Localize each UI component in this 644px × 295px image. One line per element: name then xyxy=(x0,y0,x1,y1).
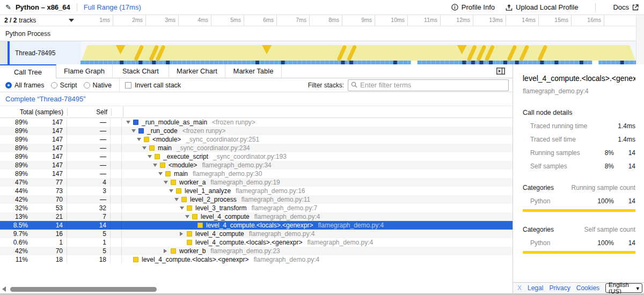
hscroll-left-arrow[interactable] xyxy=(2,286,6,292)
sidebar-toggle-button[interactable] xyxy=(496,68,505,75)
radio-native[interactable]: Native xyxy=(84,82,112,89)
table-row[interactable]: 0.6%11level_4_compute.<locals>.<genexpr>… xyxy=(0,238,513,247)
vertical-scrollbar-track[interactable] xyxy=(636,15,644,64)
expander-closed[interactable] xyxy=(180,232,187,236)
table-row[interactable]: 11%1818level_4_compute.<locals>.<genexpr… xyxy=(0,255,513,264)
table-row[interactable]: 9.7%165level_4_computeflamegraph_demo.py… xyxy=(0,230,513,238)
transform-breadcrumb-row: Complete “Thread-78495” xyxy=(0,92,513,106)
profile-info-button[interactable]: Profile Info xyxy=(451,3,495,11)
radio-script[interactable]: Script xyxy=(51,82,77,89)
detail-row: Self samples8%14 xyxy=(523,163,635,170)
row-spacer xyxy=(111,221,122,230)
call-node-details-header: Call node details xyxy=(523,109,635,116)
expander-open[interactable] xyxy=(148,155,155,158)
category-square-icon xyxy=(133,120,138,125)
expander-open[interactable] xyxy=(126,121,133,124)
table-row[interactable]: 89%147—<module>_sync_coordinator.py:251 xyxy=(0,135,513,144)
function-name: main xyxy=(174,170,188,178)
invert-call-stack-checkbox[interactable] xyxy=(125,82,131,88)
function-name: <module> xyxy=(152,136,181,143)
row-self-count: — xyxy=(67,169,111,178)
triangle-down-icon xyxy=(164,181,168,184)
footer-link-privacy[interactable]: Privacy xyxy=(549,284,570,292)
row-self-count: — xyxy=(67,152,111,161)
expander-open[interactable] xyxy=(158,172,165,175)
row-total-count: 147 xyxy=(28,161,67,169)
table-row[interactable]: 42%70—level_2_processflamegraph_demo.py:… xyxy=(0,195,513,204)
expander-open[interactable] xyxy=(153,164,160,167)
row-total-count: 147 xyxy=(28,135,67,144)
function-location: _sync_coordinator.py:251 xyxy=(186,136,259,143)
samples-dark-segment xyxy=(281,61,285,64)
row-tree-cell: _execute_script_sync_coordinator.py:193 xyxy=(122,153,513,160)
filter-bar: All framesScriptNative Invert call stack… xyxy=(0,78,513,92)
samples-dark-segment xyxy=(138,61,142,64)
full-range-button[interactable]: Full Range (17ms) xyxy=(84,3,141,11)
row-self-count: 5 xyxy=(67,247,111,255)
table-row[interactable]: 13%217level_4_computeflamegraph_demo.py:… xyxy=(0,212,513,221)
table-row[interactable]: 42%705worker_bflamegraph_demo.py:23 xyxy=(0,247,513,255)
tab-marker-table[interactable]: Marker Table xyxy=(225,64,282,78)
language-select[interactable]: English (US) ▾ xyxy=(605,283,642,293)
function-name: level_3_transform xyxy=(195,204,246,212)
tab-flame-graph[interactable]: Flame Graph xyxy=(56,64,113,78)
footer-link-legal[interactable]: Legal xyxy=(528,284,543,292)
table-row[interactable]: 89%147—_run_module_as_main<frozen runpy> xyxy=(0,118,513,127)
thread-track-label[interactable]: Thread-78495 xyxy=(10,41,80,64)
footer-bar: XLegalPrivacyCookies English (US) ▾ xyxy=(513,282,644,293)
footer-link-x[interactable]: X xyxy=(517,284,522,292)
table-row[interactable]: 89%147—_execute_script_sync_coordinator.… xyxy=(0,152,513,161)
table-row[interactable]: 32%5332level_3_transformflamegraph_demo.… xyxy=(0,204,513,212)
table-row[interactable]: 89%147—<module>flamegraph_demo.py:34 xyxy=(0,161,513,169)
table-row[interactable]: 89%147—main_sync_coordinator.py:234 xyxy=(0,144,513,152)
function-location: flamegraph_demo.py:4 xyxy=(254,213,320,220)
row-total-percent: 89% xyxy=(0,153,28,160)
row-tree-cell: worker_bflamegraph_demo.py:23 xyxy=(122,247,513,255)
category-label: Python xyxy=(523,197,591,205)
row-spacer xyxy=(111,144,122,152)
expander-open[interactable] xyxy=(131,129,138,132)
table-row[interactable]: 8.5%1414level_4_compute.<locals>.<genexp… xyxy=(0,221,513,230)
expander-open[interactable] xyxy=(169,189,176,193)
expander-open[interactable] xyxy=(164,181,171,184)
table-row[interactable]: 89%147—mainflamegraph_demo.py:30 xyxy=(0,169,513,178)
tab-call-tree[interactable]: Call Tree xyxy=(0,64,56,78)
tracks-count: 2 / 2 xyxy=(4,17,17,24)
expander-closed[interactable] xyxy=(164,249,171,253)
expander-open[interactable] xyxy=(174,198,181,201)
tab-stack-chart[interactable]: Stack Chart xyxy=(113,64,169,78)
edit-profile-name-icon[interactable]: ✎ xyxy=(5,3,11,11)
tracks-dropdown[interactable]: 2 / 2 tracks xyxy=(0,15,80,26)
upload-local-profile-button[interactable]: Upload Local Profile xyxy=(506,3,578,11)
table-row[interactable]: 89%147—_run_code<frozen runpy> xyxy=(0,127,513,135)
table-row[interactable]: 44%733level_1_analyzeflamegraph_demo.py:… xyxy=(0,187,513,195)
filter-stacks-input[interactable] xyxy=(348,79,509,91)
expander-open[interactable] xyxy=(185,215,192,218)
categories-count-header: Self sample count xyxy=(584,226,635,233)
samples-dark-segment xyxy=(479,61,483,64)
track-gutter xyxy=(0,41,8,64)
function-name: worker_a xyxy=(179,179,206,186)
footer-link-cookies[interactable]: Cookies xyxy=(576,284,599,292)
expander-open[interactable] xyxy=(137,138,144,141)
row-spacer xyxy=(111,152,122,161)
process-track-label[interactable]: Python Process xyxy=(0,26,644,41)
function-name: level_2_process xyxy=(190,196,237,203)
ruler-tick: 6ms xyxy=(244,15,277,26)
radio-all-frames[interactable]: All frames xyxy=(5,82,45,89)
expander-open[interactable] xyxy=(142,146,149,150)
hscroll-thumb[interactable] xyxy=(10,287,157,292)
ruler-tick: 13ms xyxy=(473,15,506,26)
category-square-icon xyxy=(197,223,203,228)
breadcrumb[interactable]: Complete “Thread-78495” xyxy=(5,95,86,103)
panel-tabbar: Call TreeFlame GraphStack ChartMarker Ch… xyxy=(0,64,513,78)
detail-label: Traced self time xyxy=(523,136,591,143)
expander-open[interactable] xyxy=(180,206,187,210)
triangle-down-icon xyxy=(180,206,184,210)
invert-call-stack-label: Invert call stack xyxy=(135,82,181,89)
thread-activity-graph[interactable] xyxy=(80,41,636,64)
row-tree-cell: _run_module_as_main<frozen runpy> xyxy=(122,119,513,126)
table-row[interactable]: 47%774worker_aflamegraph_demo.py:19 xyxy=(0,178,513,187)
docs-button[interactable]: Docs xyxy=(613,3,639,11)
tab-marker-chart[interactable]: Marker Chart xyxy=(169,64,225,78)
